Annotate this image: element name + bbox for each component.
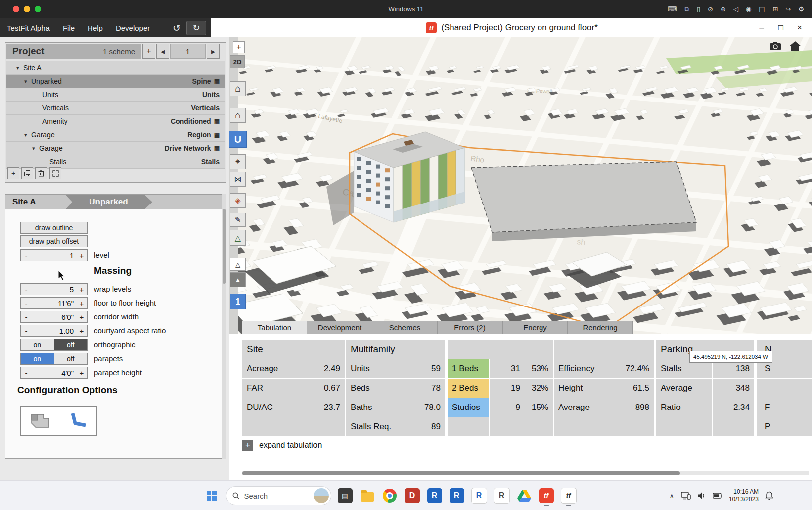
- battery-tray-icon[interactable]: [713, 493, 722, 499]
- screenshot-button[interactable]: [769, 42, 781, 52]
- camera-icon[interactable]: ⊞: [773, 5, 778, 13]
- config-option-1[interactable]: [21, 407, 59, 435]
- grocery-slab[interactable]: [471, 162, 696, 232]
- tab-rendering[interactable]: Rendering: [568, 321, 633, 334]
- config-option-2[interactable]: [59, 407, 97, 435]
- file-explorer-icon[interactable]: [359, 487, 376, 504]
- share-icon[interactable]: ↪: [785, 5, 791, 13]
- increment-button[interactable]: +: [76, 298, 87, 308]
- zoom-extents-button[interactable]: [49, 167, 61, 179]
- next-scheme-button[interactable]: ▸: [207, 44, 220, 59]
- phone-icon[interactable]: ▯: [697, 5, 700, 13]
- tree-item-verticals[interactable]: Verticals Verticals: [6, 102, 225, 115]
- increment-button[interactable]: +: [76, 284, 87, 295]
- app-d-icon[interactable]: D: [404, 487, 421, 504]
- tab-errors[interactable]: Errors (2): [438, 321, 503, 334]
- collapse-arrow-icon[interactable]: ▾: [24, 132, 31, 138]
- orthographic-on[interactable]: on: [21, 339, 54, 350]
- notifications-bell-icon[interactable]: [765, 491, 773, 500]
- tree-item-stalls[interactable]: Stalls Stalls: [6, 155, 225, 169]
- record-icon[interactable]: ◉: [746, 5, 751, 13]
- landscape-tool-button[interactable]: △: [230, 230, 246, 246]
- increment-button[interactable]: +: [76, 325, 87, 336]
- tray-overflow-chevron[interactable]: ∧: [669, 492, 674, 500]
- tree-item-units[interactable]: Units Units: [6, 88, 225, 102]
- tree-item-garage-child[interactable]: ▾ Garage Drive Network▦: [6, 142, 225, 155]
- decrement-button[interactable]: -: [21, 250, 32, 261]
- undo-button[interactable]: ↺: [170, 22, 183, 34]
- menu-file[interactable]: File: [63, 24, 75, 32]
- add-scheme-button[interactable]: +: [142, 44, 155, 59]
- draw-path-offset-button[interactable]: draw path offset: [20, 235, 88, 247]
- taskbar-search[interactable]: Search: [226, 486, 331, 505]
- tab-schemes[interactable]: Schemes: [372, 321, 438, 334]
- testfit-active-icon[interactable]: tf: [560, 487, 577, 504]
- fit-view-button[interactable]: ⌂: [230, 108, 246, 123]
- tab-tabulation[interactable]: Tabulation: [242, 321, 307, 334]
- prev-scheme-button[interactable]: ◂: [156, 44, 169, 59]
- settings-gear-icon[interactable]: ⚙: [798, 5, 804, 13]
- orthographic-off[interactable]: off: [54, 339, 88, 350]
- display-tray-icon[interactable]: [681, 492, 691, 500]
- scheme-name-ribbon[interactable]: Unparked: [65, 195, 152, 209]
- decrement-button[interactable]: -: [21, 284, 32, 295]
- clock[interactable]: 10:16 AM 10/13/2023: [729, 488, 759, 503]
- add-item-button[interactable]: +: [7, 167, 19, 179]
- home-view-button[interactable]: ⌂: [230, 81, 246, 96]
- parapets-on[interactable]: on: [21, 353, 54, 364]
- tree-item-unparked[interactable]: ▾ Unparked Spine▦: [6, 75, 225, 88]
- map-3d-view[interactable]: SE Lafayette SE Powell Rho Car sh: [229, 37, 812, 334]
- app-r-blue-1-icon[interactable]: R: [426, 487, 443, 504]
- panel-scrollbar-thumb[interactable]: [223, 209, 226, 284]
- delete-button[interactable]: [35, 167, 47, 179]
- volume-tray-icon[interactable]: [697, 492, 706, 500]
- printer-icon[interactable]: ▤: [759, 5, 765, 13]
- unit-tool-button[interactable]: U: [229, 131, 247, 148]
- minimize-button[interactable]: –: [754, 20, 769, 35]
- app-r-light-2-icon[interactable]: R: [493, 487, 510, 504]
- decrement-button[interactable]: -: [21, 311, 32, 322]
- tree-item-garage[interactable]: ▾ Garage Region▦: [6, 128, 225, 142]
- collapse-arrow-icon[interactable]: ▾: [32, 145, 39, 152]
- tree-item-amenity[interactable]: Amenity Conditioned▦: [6, 115, 225, 128]
- close-button[interactable]: ×: [792, 20, 807, 35]
- add-site-button[interactable]: +: [233, 41, 245, 53]
- collapse-arrow-icon[interactable]: ▾: [16, 65, 23, 71]
- view-2d-button[interactable]: 2D: [230, 55, 245, 68]
- chrome-icon[interactable]: [381, 487, 398, 504]
- tab-development[interactable]: Development: [307, 321, 372, 334]
- horizontal-scrollbar-thumb[interactable]: [242, 471, 680, 475]
- maximize-button[interactable]: □: [773, 20, 788, 35]
- app-name[interactable]: TestFit Alpha: [7, 24, 50, 32]
- app-dark-icon[interactable]: ▤: [337, 487, 354, 504]
- expand-tabulation-button[interactable]: + expand tabulation: [242, 438, 322, 452]
- app-r-blue-2-icon[interactable]: R: [449, 487, 465, 504]
- decrement-button[interactable]: -: [21, 325, 32, 336]
- decrement-button[interactable]: -: [21, 298, 32, 308]
- keyboard-icon[interactable]: ⌨: [668, 5, 677, 13]
- app-r-light-1-icon[interactable]: R: [471, 487, 488, 504]
- polygon-select-tool-button[interactable]: ⌖: [230, 154, 246, 169]
- dnd-icon[interactable]: ⊘: [708, 5, 713, 13]
- increment-button[interactable]: +: [76, 311, 87, 322]
- collapse-arrow-icon[interactable]: ▾: [24, 78, 31, 85]
- window-title-bar[interactable]: tf (Shared Project) Grocery on ground fl…: [211, 18, 812, 37]
- style-tool-button[interactable]: ◈: [230, 193, 246, 208]
- parapets-off[interactable]: off: [54, 353, 88, 364]
- level-up-button[interactable]: △: [230, 258, 246, 271]
- duplicate-button[interactable]: [21, 167, 33, 179]
- volume-icon[interactable]: ◁: [733, 5, 738, 13]
- tab-energy[interactable]: Energy: [503, 321, 568, 334]
- draw-tool-button[interactable]: ✎: [230, 213, 246, 227]
- menu-help[interactable]: Help: [88, 24, 103, 32]
- level-down-button[interactable]: ▲: [230, 272, 246, 287]
- tree-item-site-a[interactable]: ▾ Site A: [6, 61, 225, 75]
- increment-button[interactable]: +: [76, 367, 87, 378]
- reset-camera-button[interactable]: [789, 41, 801, 53]
- draw-outline-button[interactable]: draw outline: [20, 222, 88, 234]
- increment-button[interactable]: +: [76, 250, 87, 261]
- decrement-button[interactable]: -: [21, 367, 32, 378]
- testfit-red-icon[interactable]: tf: [538, 487, 555, 504]
- start-button[interactable]: [203, 487, 220, 504]
- active-level-badge[interactable]: 1: [230, 294, 246, 309]
